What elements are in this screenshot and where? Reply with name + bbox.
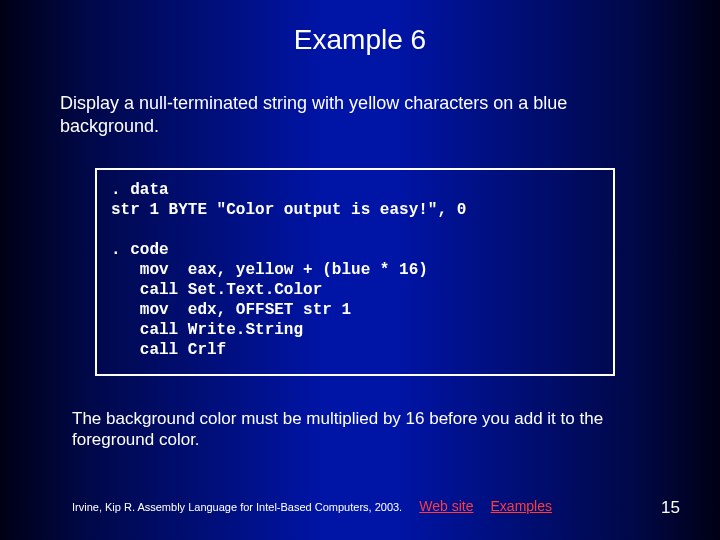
code-listing: . data str 1 BYTE "Color output is easy!… <box>95 168 615 376</box>
footer-link-website[interactable]: Web site <box>419 498 473 514</box>
footer-link-examples[interactable]: Examples <box>491 498 552 514</box>
slide-description: Display a null-terminated string with ye… <box>60 92 660 137</box>
slide: Example 6 Display a null-terminated stri… <box>0 0 720 540</box>
page-number: 15 <box>661 498 680 518</box>
slide-title: Example 6 <box>0 24 720 56</box>
slide-note: The background color must be multiplied … <box>72 408 660 451</box>
footer: Irvine, Kip R. Assembly Language for Int… <box>72 498 680 514</box>
footer-citation: Irvine, Kip R. Assembly Language for Int… <box>72 501 402 513</box>
